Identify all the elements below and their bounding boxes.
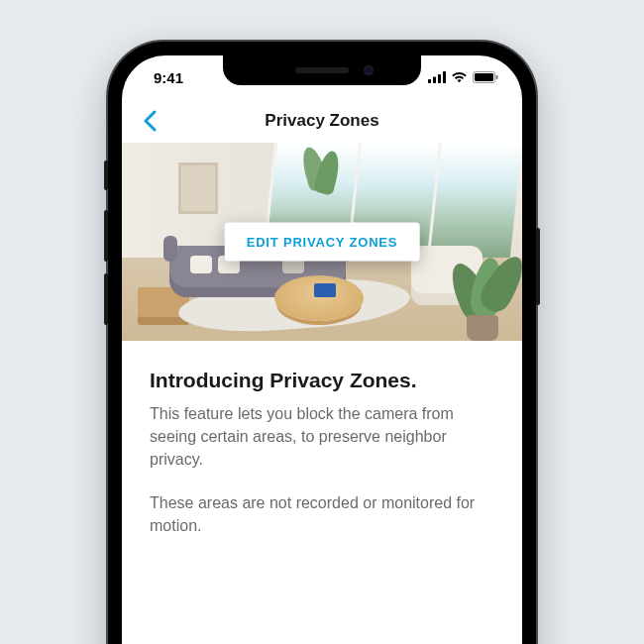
svg-rect-6 bbox=[496, 75, 498, 79]
svg-rect-5 bbox=[475, 73, 493, 81]
pillow bbox=[190, 256, 212, 273]
battery-icon bbox=[473, 71, 498, 83]
speaker-grille bbox=[295, 67, 349, 73]
intro-paragraph: These areas are not recorded or monitore… bbox=[150, 491, 494, 537]
svg-rect-2 bbox=[438, 74, 441, 83]
book bbox=[314, 283, 336, 297]
content-area: Introducing Privacy Zones. This feature … bbox=[122, 341, 522, 537]
svg-rect-3 bbox=[443, 71, 446, 83]
cellular-icon bbox=[428, 71, 446, 83]
phone-frame: 9:41 bbox=[108, 42, 536, 644]
intro-heading: Introducing Privacy Zones. bbox=[150, 369, 494, 392]
camera-preview: EDIT PRIVACY ZONES bbox=[122, 143, 522, 341]
edit-privacy-zones-button[interactable]: EDIT PRIVACY ZONES bbox=[225, 223, 420, 262]
notch bbox=[223, 55, 421, 85]
chevron-left-icon bbox=[143, 110, 157, 132]
power-button bbox=[536, 228, 540, 305]
picture-frame bbox=[178, 162, 218, 214]
svg-rect-1 bbox=[433, 77, 436, 84]
wifi-icon bbox=[451, 71, 468, 83]
front-camera bbox=[364, 65, 374, 75]
screen: 9:41 bbox=[122, 55, 522, 644]
intro-paragraph: This feature lets you block the camera f… bbox=[150, 402, 494, 472]
svg-rect-0 bbox=[428, 79, 431, 83]
status-indicators bbox=[428, 71, 498, 83]
back-button[interactable] bbox=[136, 107, 163, 135]
page-title: Privacy Zones bbox=[265, 111, 378, 131]
mute-switch bbox=[104, 161, 108, 190]
plant-icon bbox=[451, 222, 514, 341]
volume-down-button bbox=[104, 273, 108, 325]
nav-bar: Privacy Zones bbox=[122, 99, 522, 143]
coffee-table bbox=[274, 275, 364, 321]
volume-up-button bbox=[104, 210, 108, 262]
status-time: 9:41 bbox=[154, 69, 183, 86]
